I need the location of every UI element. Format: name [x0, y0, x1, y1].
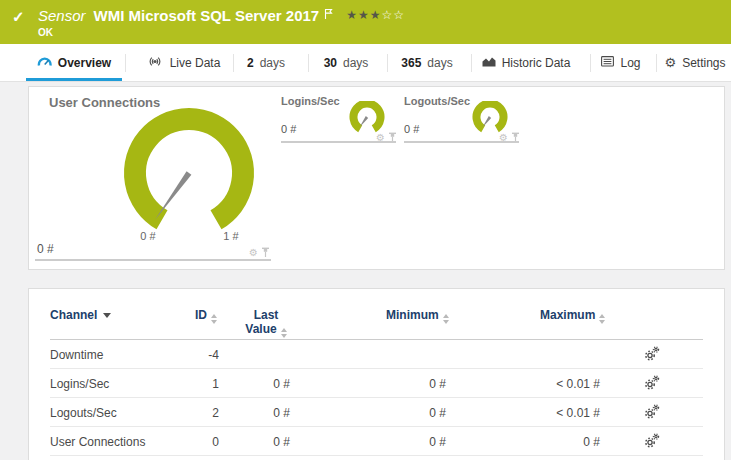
prtg-sensor-page: ✓ Sensor WMI Microsoft SQL Server 2017 ★…: [0, 0, 731, 460]
sort-icon: [211, 314, 217, 324]
tab-divider: [233, 54, 234, 72]
tab-2-days-unit: days: [260, 56, 285, 70]
channel-settings-gears-icon[interactable]: [644, 404, 660, 423]
historic-chart-icon: [482, 56, 496, 70]
sensor-title-row: Sensor WMI Microsoft SQL Server 2017 ★★★…: [38, 6, 405, 25]
channel-settings-gears-icon[interactable]: [644, 375, 660, 394]
gauge-needle: [359, 116, 368, 127]
cell-minimum: 0 #: [359, 406, 446, 420]
column-header-minimum[interactable]: Minimum: [386, 308, 449, 324]
object-kind-label: Sensor: [38, 6, 86, 25]
column-header-last-value[interactable]: Last Value: [236, 308, 296, 338]
gauge-gear-icon[interactable]: ⚙: [249, 248, 258, 258]
tab-historic-data[interactable]: Historic Data: [478, 44, 574, 81]
gauge-tab-icon: [37, 55, 52, 70]
cell-last-value: 0 #: [209, 377, 290, 391]
column-header-maximum[interactable]: Maximum: [540, 308, 605, 324]
table-row-logins-sec[interactable]: Logins/Sec 1 0 # 0 # < 0.01 #: [29, 369, 724, 398]
tab-divider: [590, 54, 591, 72]
tab-historic-data-label: Historic Data: [502, 56, 571, 70]
cell-maximum: < 0.01 #: [499, 406, 600, 420]
sort-icon: [443, 314, 449, 324]
column-header-id-label: ID: [195, 308, 207, 322]
priority-stars[interactable]: ★★★☆☆: [346, 8, 405, 22]
cell-id: -4: [159, 348, 219, 362]
status-check-icon: ✓: [12, 8, 25, 26]
gauge-title-logins: Logins/Sec: [281, 95, 340, 107]
tab-settings-label: Settings: [682, 56, 725, 70]
cell-channel: Logouts/Sec: [50, 406, 117, 420]
cell-maximum: 0 #: [499, 435, 600, 449]
tab-365-days-unit: days: [427, 56, 452, 70]
column-header-id[interactable]: ID: [195, 308, 217, 324]
gauge-needle: [482, 116, 491, 127]
status-badge: OK: [38, 27, 53, 38]
gauge-corner-icons: ⚙: [376, 129, 397, 147]
settings-gear-icon: ⚙: [664, 56, 676, 69]
cell-last-value: 0 #: [209, 406, 290, 420]
cell-channel: Logins/Sec: [50, 377, 109, 391]
gauge-pin-icon[interactable]: [511, 129, 520, 147]
tab-overview-label: Overview: [58, 56, 111, 70]
tab-divider: [125, 54, 126, 72]
user-connections-gauge: [109, 93, 269, 253]
gauge-value-logouts: 0 #: [404, 123, 419, 135]
tab-2-days[interactable]: 2 days: [238, 44, 294, 81]
tab-log[interactable]: Log: [598, 44, 644, 81]
sort-down-icon: [103, 313, 111, 318]
tab-divider: [387, 54, 388, 72]
priority-flag-icon[interactable]: [324, 6, 333, 24]
gauge-pin-icon[interactable]: [388, 129, 397, 147]
table-row-downtime[interactable]: Downtime -4: [29, 340, 724, 369]
log-list-icon: [601, 56, 614, 70]
column-header-channel-label: Channel: [50, 308, 97, 322]
cell-channel: Downtime: [50, 348, 103, 362]
column-header-minimum-label: Minimum: [386, 308, 439, 322]
column-header-value-label: Value: [245, 322, 276, 336]
tab-live-data-label: Live Data: [170, 56, 221, 70]
tab-bar: Overview Live Data 2 days 30 days: [0, 44, 731, 82]
gauge-title-logouts: Logouts/Sec: [404, 95, 470, 107]
table-row-logouts-sec[interactable]: Logouts/Sec 2 0 # 0 # < 0.01 #: [29, 398, 724, 427]
stars-filled: ★★★: [346, 8, 381, 22]
cell-maximum: < 0.01 #: [499, 377, 600, 391]
tab-30-days-unit: days: [343, 56, 368, 70]
table-row-user-connections[interactable]: User Connections 0 0 # 0 # 0 #: [29, 427, 724, 456]
gauge-value-logins: 0 #: [281, 123, 296, 135]
cell-last-value: 0 #: [209, 435, 290, 449]
cell-minimum: 0 #: [359, 377, 446, 391]
tab-30-days[interactable]: 30 days: [315, 44, 377, 81]
stars-empty: ☆☆: [381, 8, 405, 22]
sensor-title: WMI Microsoft SQL Server 2017: [94, 6, 320, 25]
channel-settings-gears-icon[interactable]: [644, 346, 660, 365]
live-signal-icon: [146, 56, 164, 70]
gauge-underline: [281, 141, 396, 143]
active-tab-underline: [26, 78, 122, 81]
sensor-status-header: ✓ Sensor WMI Microsoft SQL Server 2017 ★…: [0, 0, 731, 44]
gauge-underline: [35, 259, 271, 261]
gauge-needle: [155, 171, 192, 220]
tab-settings[interactable]: ⚙ Settings: [662, 44, 728, 81]
tab-365-days-number: 365: [401, 56, 421, 70]
tab-overview[interactable]: Overview: [26, 44, 122, 81]
channels-table-panel: Channel ID Last Value Minimum Maximum Do…: [28, 288, 725, 460]
tab-divider: [656, 54, 657, 72]
gauge-value-user-connections: 0 #: [37, 242, 54, 256]
channel-settings-gears-icon[interactable]: [644, 433, 660, 452]
tab-365-days[interactable]: 365 days: [392, 44, 462, 81]
tab-divider: [471, 54, 472, 72]
gauges-panel: User Connections 0 # 1 # 0 # ⚙ Logins/Se…: [28, 86, 725, 270]
gauge-corner-icons: ⚙: [499, 129, 520, 147]
tab-live-data[interactable]: Live Data: [138, 44, 228, 81]
sort-icon: [599, 314, 605, 324]
cell-minimum: 0 #: [359, 435, 446, 449]
gauge-scale-max: 1 #: [216, 230, 246, 242]
gauge-underline: [404, 141, 519, 143]
gauge-scale-min: 0 #: [133, 230, 163, 242]
column-header-channel[interactable]: Channel: [50, 308, 111, 322]
row-divider: [50, 455, 703, 456]
column-header-maximum-label: Maximum: [540, 308, 595, 322]
tab-30-days-number: 30: [324, 56, 337, 70]
tab-log-label: Log: [620, 56, 640, 70]
tab-divider: [308, 54, 309, 72]
